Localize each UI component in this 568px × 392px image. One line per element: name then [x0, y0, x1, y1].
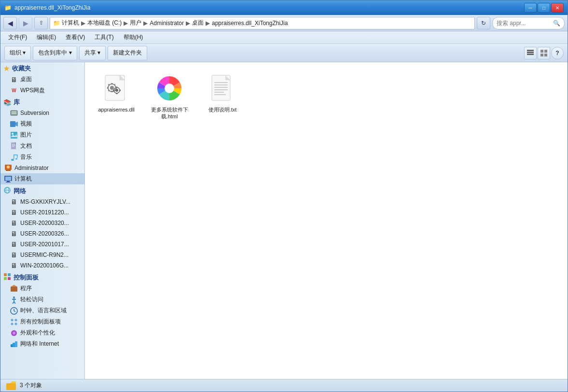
svg-rect-8 [12, 112, 16, 112]
svg-marker-11 [15, 122, 18, 126]
computer-sm-icon-7: 🖥 [10, 262, 18, 269]
sidebar-heading-control[interactable]: 控制面板 [0, 271, 84, 283]
svg-rect-19 [12, 145, 15, 146]
title-bar-left: 📁 appraiserres.dll_XiTongZhiJia [4, 4, 90, 11]
new-folder-button[interactable]: 新建文件夹 [108, 46, 147, 60]
sidebar-item-appearance[interactable]: 外观和个性化 [0, 327, 84, 338]
sidebar-item-user-20201017[interactable]: 🖥 USER-20201017... [0, 239, 84, 250]
star-icon: ★ [3, 65, 10, 72]
search-icon[interactable]: 🔍 [553, 20, 560, 27]
sidebar-item-ms-gxk[interactable]: 🖥 MS-GXKIXRYJLV... [0, 196, 84, 207]
svg-point-65 [115, 89, 118, 92]
sidebar-item-video[interactable]: 视频 [0, 118, 84, 129]
svg-rect-37 [8, 273, 11, 276]
up-button[interactable]: ⇧ [34, 17, 48, 29]
path-breadcrumb: 📁 计算机 ▶ 本地磁盘 (C:) ▶ 用户 ▶ Administrator ▶… [53, 19, 288, 27]
library-label: 库 [14, 98, 20, 107]
svg-point-52 [11, 322, 14, 325]
sidebar-item-allpanel[interactable]: 所有控制面板项 [0, 316, 84, 327]
path-part-2: 本地磁盘 (C:) [87, 19, 122, 27]
svg-point-22 [15, 158, 17, 159]
organize-button[interactable]: 组织 ▾ [4, 46, 31, 60]
file-item-html[interactable]: 更多系统软件下载.html [148, 72, 191, 123]
file-item-txt[interactable]: 使用说明.txt [201, 72, 244, 123]
computer-icon [4, 175, 12, 183]
file-item-dll[interactable]: appraiserres.dll [95, 72, 138, 123]
sidebar-item-computer[interactable]: 计算机 [0, 173, 84, 184]
sidebar-heading-network[interactable]: 网络 [0, 184, 84, 196]
svg-rect-2 [527, 54, 534, 55]
search-input[interactable] [497, 20, 551, 27]
svg-rect-86 [214, 92, 224, 93]
menu-tools[interactable]: 工具(T) [90, 32, 118, 43]
sidebar-item-datetime[interactable]: 时钟、语言和区域 [0, 305, 84, 316]
svg-rect-36 [4, 273, 7, 276]
refresh-button[interactable]: ↻ [477, 17, 490, 29]
sidebar-item-administrator[interactable]: Administrator [0, 163, 84, 173]
sidebar-item-win-2020[interactable]: 🖥 WIN-20200106G... [0, 260, 84, 271]
video-icon [10, 120, 18, 128]
title-bar: 📁 appraiserres.dll_XiTongZhiJia ─ □ ✕ [0, 0, 568, 15]
svg-rect-3 [540, 50, 543, 53]
close-button[interactable]: ✕ [551, 3, 564, 13]
list-view-icon [527, 50, 534, 56]
sidebar-item-wps[interactable]: W WPS网盘 [0, 85, 84, 96]
svg-rect-9 [12, 113, 16, 114]
sidebar-item-usermic[interactable]: 🖥 USERMIC-R9N2... [0, 250, 84, 260]
menu-view[interactable]: 查看(V) [61, 32, 90, 43]
back-button[interactable]: ◀ [3, 17, 17, 29]
accessibility-label: 轻松访问 [20, 295, 43, 304]
content-area: ★ 收藏夹 🖥 桌面 W WPS网盘 📚 库 [0, 62, 568, 379]
status-text: 3 个对象 [20, 381, 42, 390]
menu-file[interactable]: 文件(F) [3, 32, 32, 43]
status-folder-icon [6, 381, 16, 391]
svg-rect-32 [6, 182, 11, 182]
sidebar-item-music[interactable]: 音乐 [0, 152, 84, 163]
include-library-button[interactable]: 包含到库中 ▾ [33, 46, 77, 60]
administrator-icon [4, 164, 12, 172]
computer-label: 计算机 [14, 175, 32, 183]
address-path[interactable]: 📁 计算机 ▶ 本地磁盘 (C:) ▶ 用户 ▶ Administrator ▶… [50, 17, 475, 29]
html-file-icon [155, 75, 184, 104]
ms-gxk-label: MS-GXKIXRYJLV... [20, 198, 70, 205]
svg-rect-27 [6, 170, 11, 171]
sidebar-item-programs[interactable]: 程序 [0, 283, 84, 294]
dll-icon [103, 74, 129, 104]
sidebar-heading-favorites[interactable]: ★ 收藏夹 [0, 62, 84, 74]
sidebar-item-user-2019[interactable]: 🖥 USER-20191220... [0, 207, 84, 218]
html-file-label: 更多系统软件下载.html [151, 106, 188, 120]
subversion-icon [10, 109, 18, 117]
sidebar-item-pictures[interactable]: 图片 [0, 129, 84, 140]
computer-sm-icon-6: 🖥 [10, 251, 18, 259]
maximize-button[interactable]: □ [538, 3, 550, 13]
sidebar-item-documents[interactable]: 文档 [0, 140, 84, 152]
menu-help[interactable]: 帮助(H) [119, 32, 148, 43]
window-icon: 📁 [4, 4, 12, 11]
minimize-button[interactable]: ─ [524, 3, 537, 13]
view-details-button[interactable] [538, 47, 550, 59]
path-sep-5: ▶ [206, 20, 210, 27]
share-button[interactable]: 共享 ▾ [79, 46, 106, 60]
forward-button[interactable]: ▶ [19, 17, 32, 29]
computer-sm-icon-1: 🖥 [10, 198, 18, 206]
sidebar-item-subversion[interactable]: Subversion [0, 108, 84, 118]
sidebar-heading-library[interactable]: 📚 库 [0, 96, 84, 108]
help-button[interactable]: ? [551, 47, 564, 59]
svg-line-46 [14, 302, 15, 304]
txt-file-label: 使用说明.txt [208, 106, 237, 113]
path-sep-4: ▶ [186, 20, 190, 27]
sidebar-item-user-20200320[interactable]: 🖥 USER-20200320... [0, 218, 84, 228]
path-part-3: 用户 [130, 19, 141, 27]
svg-point-55 [13, 332, 15, 335]
view-list-button[interactable] [524, 47, 537, 59]
svg-rect-31 [7, 181, 10, 182]
svg-rect-6 [544, 54, 547, 56]
programs-icon [10, 285, 18, 293]
sidebar-item-desktop[interactable]: 🖥 桌面 [0, 74, 84, 85]
status-bar: 3 个对象 [0, 379, 568, 392]
sidebar-item-accessibility[interactable]: 轻松访问 [0, 294, 84, 305]
sidebar-item-network-inet[interactable]: 网络和 Internet [0, 338, 84, 350]
svg-rect-39 [8, 277, 11, 280]
sidebar-item-user-20200326[interactable]: 🖥 USER-20200326... [0, 228, 84, 239]
menu-edit[interactable]: 编辑(E) [32, 32, 61, 43]
